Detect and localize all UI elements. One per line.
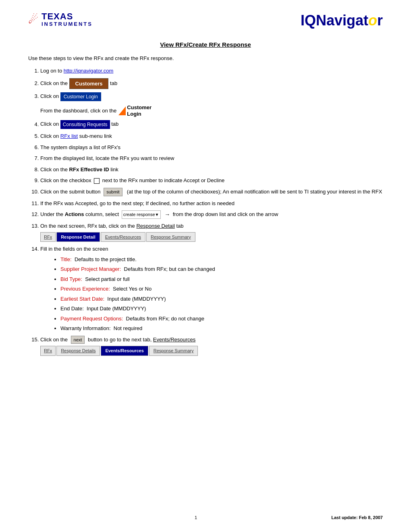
step-1: Log on to http://iqnavigator.com bbox=[40, 67, 383, 75]
field-end-date: End Date: Input Date (MMDDYYYY) bbox=[60, 305, 383, 313]
events-resources-link: Events/Resources bbox=[153, 337, 196, 343]
iqnavigator-logo: IQNavigator bbox=[301, 12, 383, 29]
step-8: From the displayed list, locate the RFx … bbox=[40, 154, 383, 162]
customers-tab-button: Customers bbox=[69, 78, 109, 89]
step-11: Click on the submit button submit (at th… bbox=[40, 188, 383, 196]
last-update: Last update: Feb 8, 2007 bbox=[331, 515, 383, 520]
step-4: From the dashboard, click on the Custome… bbox=[40, 104, 383, 117]
step-6: Click on RFx list sub-menu link bbox=[40, 132, 383, 140]
submit-button-inline: submit bbox=[104, 188, 122, 196]
ti-company-name: TEXAS bbox=[42, 12, 93, 21]
field-list: Title: Defaults to the project title. Su… bbox=[60, 256, 383, 332]
rfx-list-link[interactable]: RFx list bbox=[60, 133, 78, 139]
field-earliest-start: Earliest Start Date: Input date (MMDDYYY… bbox=[60, 295, 383, 303]
inline-checkbox-icon bbox=[94, 178, 100, 184]
step-3: Click on Customer Login bbox=[40, 92, 383, 101]
page-header: ☄ TEXAS INSTRUMENTS IQNavigator bbox=[28, 12, 383, 29]
steps-list: Log on to http://iqnavigator.com Click o… bbox=[40, 67, 383, 356]
field-title: Title: Defaults to the project title. bbox=[60, 256, 383, 264]
actions-label: Actions bbox=[65, 211, 84, 217]
customer-login-bar: Customer Login bbox=[60, 92, 101, 101]
step-10: Click on the checkbox next to the RFx nu… bbox=[40, 177, 383, 185]
field-end-date-label: End Date: bbox=[60, 305, 84, 312]
field-title-label: Title: bbox=[60, 256, 72, 262]
rfx-effective-id-label: RFx Effective ID bbox=[69, 166, 109, 172]
field-payment-req: Payment Request Options: Defaults from R… bbox=[60, 315, 383, 323]
field-payment-req-label: Payment Request Options: bbox=[60, 316, 123, 322]
response-detail-link: Response Detail bbox=[136, 223, 174, 229]
field-earliest-start-label: Earliest Start Date: bbox=[60, 296, 104, 302]
tab-response-summary-step14: Response Summary bbox=[146, 232, 195, 242]
tab-response-details-step16: Response Details bbox=[56, 346, 100, 356]
arrow-right-icon: → bbox=[164, 210, 170, 219]
tab-response-summary-step16: Response Summary bbox=[149, 346, 198, 356]
ti-logo: ☄ TEXAS INSTRUMENTS bbox=[28, 12, 93, 27]
create-response-dropdown: create response ▼ bbox=[122, 210, 161, 219]
step-13: Under the Actions column, select create … bbox=[40, 210, 383, 219]
triangle-icon bbox=[118, 106, 126, 115]
tab-rfx-step14: RFx bbox=[40, 232, 56, 242]
customer-login-logo-text: CustomerLogin bbox=[127, 104, 152, 117]
field-prev-exp-label: Previous Experience: bbox=[60, 286, 110, 292]
consulting-requests-tab: Consulting Requests bbox=[60, 120, 110, 129]
page-title: View RFx/Create RFx Response bbox=[28, 41, 383, 48]
field-warranty-label: Warranty Information: bbox=[60, 325, 111, 331]
tab-rfx-step16: RFx bbox=[40, 346, 56, 356]
step-16: Click on the next button to go to the ne… bbox=[40, 336, 383, 356]
step-7: The system displays a list of RFx's bbox=[40, 143, 383, 152]
tab-events-resources-step16: Events/Resources bbox=[101, 346, 148, 356]
step-12: If the RFx was Accepted, go to the next … bbox=[40, 200, 383, 208]
step-14: On the next screen, RFx tab, click on th… bbox=[40, 222, 383, 242]
next-button-inline: next bbox=[71, 336, 85, 344]
ti-company-sub: INSTRUMENTS bbox=[42, 21, 93, 27]
step-9: Click on the RFx Effective ID link bbox=[40, 166, 383, 174]
ti-flame-icon: ☄ bbox=[28, 13, 38, 26]
tab-bar-step16: RFx Response Details Events/Resources Re… bbox=[40, 346, 383, 356]
step-15: Fill in the fields on the screen Title: … bbox=[40, 245, 383, 332]
step-5: Click on Consulting Requests tab bbox=[40, 120, 383, 129]
field-supplier-pm-label: Supplier Project Manager: bbox=[60, 266, 121, 272]
step-2: Click on the Customers tab bbox=[40, 78, 383, 89]
intro-text: Use these steps to view the RFx and crea… bbox=[28, 55, 383, 61]
iqnavigator-link[interactable]: http://iqnavigator.com bbox=[64, 68, 114, 74]
field-supplier-pm: Supplier Project Manager: Defaults from … bbox=[60, 265, 383, 273]
field-prev-exp: Previous Experience: Select Yes or No bbox=[60, 285, 383, 293]
field-bid-type-label: Bid Type: bbox=[60, 276, 82, 282]
field-warranty: Warranty Information: Not required bbox=[60, 324, 383, 332]
tab-events-resources-step14: Events/Resources bbox=[101, 232, 145, 242]
page-number: 1 bbox=[195, 515, 197, 520]
field-bid-type: Bid Type: Select partial or full bbox=[60, 275, 383, 283]
tab-response-detail: Response Detail bbox=[56, 232, 100, 242]
tab-bar-step14: RFx Response Detail Events/Resources Res… bbox=[40, 232, 383, 242]
